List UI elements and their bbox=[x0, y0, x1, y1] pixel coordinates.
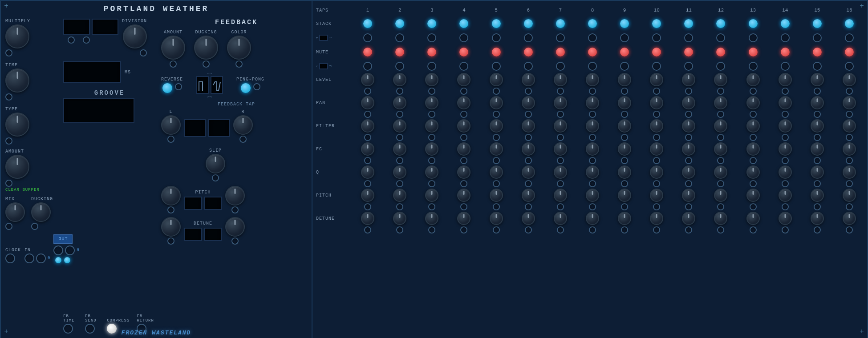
pitch-m-knob-16[interactable] bbox=[833, 189, 865, 202]
mute-led-9[interactable] bbox=[608, 48, 641, 56]
filter-knob-16[interactable] bbox=[833, 119, 865, 133]
pan-knob-7[interactable] bbox=[544, 96, 576, 109]
level-knob-4[interactable] bbox=[448, 73, 480, 86]
detune-m-knob-10[interactable] bbox=[641, 212, 673, 225]
pan-knob-3[interactable] bbox=[416, 96, 448, 109]
reverse-led[interactable] bbox=[162, 83, 172, 93]
pan-knob-13[interactable] bbox=[737, 96, 769, 109]
env2-ring-15[interactable] bbox=[801, 62, 833, 71]
stack-led-8[interactable] bbox=[576, 19, 608, 28]
pan-knob-5[interactable] bbox=[480, 96, 512, 109]
env2-ring-11[interactable] bbox=[673, 62, 705, 71]
q-knob-2[interactable] bbox=[384, 165, 416, 179]
env2-ring-2[interactable] bbox=[384, 62, 416, 71]
pitch-m-knob-12[interactable] bbox=[705, 189, 737, 202]
mute-led-11[interactable] bbox=[673, 48, 705, 56]
filter-knob-7[interactable] bbox=[544, 119, 576, 133]
env2-ring-16[interactable] bbox=[833, 62, 865, 71]
env1-ring-15[interactable] bbox=[801, 33, 833, 42]
mute-led-14[interactable] bbox=[769, 48, 801, 56]
env1-ring-13[interactable] bbox=[737, 33, 769, 42]
fb-ducking-knob[interactable] bbox=[194, 36, 218, 60]
mute-led-10[interactable] bbox=[641, 48, 673, 56]
amount-knob[interactable] bbox=[5, 155, 29, 179]
mute-led-4[interactable] bbox=[448, 48, 480, 56]
mute-led-1[interactable] bbox=[352, 48, 384, 56]
mix-knob[interactable] bbox=[5, 202, 25, 222]
filter-knob-11[interactable] bbox=[673, 119, 705, 133]
stack-led-7[interactable] bbox=[544, 19, 576, 28]
env1-ring-1[interactable] bbox=[352, 33, 384, 42]
pan-knob-11[interactable] bbox=[673, 96, 705, 109]
pitch-m-knob-4[interactable] bbox=[448, 189, 480, 202]
stack-led-14[interactable] bbox=[769, 19, 801, 28]
stack-led-1[interactable] bbox=[352, 19, 384, 28]
detune-m-knob-8[interactable] bbox=[576, 212, 608, 225]
env2-ring-7[interactable] bbox=[544, 62, 576, 71]
detune-m-knob-2[interactable] bbox=[384, 212, 416, 225]
detune-m-knob-9[interactable] bbox=[608, 212, 641, 225]
pitch-m-knob-14[interactable] bbox=[769, 189, 801, 202]
fc-knob-10[interactable] bbox=[641, 142, 673, 156]
stack-led-10[interactable] bbox=[641, 19, 673, 28]
q-knob-8[interactable] bbox=[576, 165, 608, 179]
stack-led-4[interactable] bbox=[448, 19, 480, 28]
fc-knob-3[interactable] bbox=[416, 142, 448, 156]
level-knob-9[interactable] bbox=[608, 73, 641, 86]
filter-knob-13[interactable] bbox=[737, 119, 769, 133]
pitch-m-knob-1[interactable] bbox=[352, 189, 384, 202]
mute-led-13[interactable] bbox=[737, 48, 769, 56]
mute-led-8[interactable] bbox=[576, 48, 608, 56]
pan-knob-1[interactable] bbox=[352, 96, 384, 109]
pitch-m-knob-15[interactable] bbox=[801, 189, 833, 202]
fc-knob-13[interactable] bbox=[737, 142, 769, 156]
env-display-2[interactable] bbox=[319, 63, 328, 69]
detune-m-knob-1[interactable] bbox=[352, 212, 384, 225]
pitch-m-knob-2[interactable] bbox=[384, 189, 416, 202]
pitch-fb-knob[interactable] bbox=[161, 186, 181, 205]
q-knob-1[interactable] bbox=[352, 165, 384, 179]
env1-ring-6[interactable] bbox=[512, 33, 544, 42]
waveform-btn-1[interactable] bbox=[196, 76, 209, 94]
env2-ring-4[interactable] bbox=[448, 62, 480, 71]
q-knob-11[interactable] bbox=[673, 165, 705, 179]
level-knob-5[interactable] bbox=[480, 73, 512, 86]
q-knob-5[interactable] bbox=[480, 165, 512, 179]
q-knob-13[interactable] bbox=[737, 165, 769, 179]
division-knob[interactable] bbox=[123, 24, 147, 48]
env2-ring-5[interactable] bbox=[480, 62, 512, 71]
fc-knob-7[interactable] bbox=[544, 142, 576, 156]
detune-m-knob-14[interactable] bbox=[769, 212, 801, 225]
pitch-m-knob-13[interactable] bbox=[737, 189, 769, 202]
level-knob-1[interactable] bbox=[352, 73, 384, 86]
q-knob-10[interactable] bbox=[641, 165, 673, 179]
mute-led-2[interactable] bbox=[384, 48, 416, 56]
pan-knob-6[interactable] bbox=[512, 96, 544, 109]
env2-ring-3[interactable] bbox=[416, 62, 448, 71]
stack-led-9[interactable] bbox=[608, 19, 641, 28]
fc-knob-11[interactable] bbox=[673, 142, 705, 156]
filter-knob-3[interactable] bbox=[416, 119, 448, 133]
filter-knob-9[interactable] bbox=[608, 119, 641, 133]
multiply-knob[interactable] bbox=[5, 24, 29, 48]
fc-knob-15[interactable] bbox=[801, 142, 833, 156]
pitch-m-knob-3[interactable] bbox=[416, 189, 448, 202]
pan-knob-16[interactable] bbox=[833, 96, 865, 109]
env2-ring-12[interactable] bbox=[705, 62, 737, 71]
env2-ring-6[interactable] bbox=[512, 62, 544, 71]
env1-ring-7[interactable] bbox=[544, 33, 576, 42]
pan-knob-10[interactable] bbox=[641, 96, 673, 109]
fb-color-knob[interactable] bbox=[227, 36, 251, 60]
q-knob-14[interactable] bbox=[769, 165, 801, 179]
filter-knob-8[interactable] bbox=[576, 119, 608, 133]
time-knob[interactable] bbox=[5, 68, 29, 93]
pan-knob-2[interactable] bbox=[384, 96, 416, 109]
slip-knob[interactable] bbox=[206, 154, 225, 173]
mute-led-5[interactable] bbox=[480, 48, 512, 56]
detune-knob-r[interactable] bbox=[225, 217, 245, 237]
env2-ring-1[interactable] bbox=[352, 62, 384, 71]
level-knob-14[interactable] bbox=[769, 73, 801, 86]
level-knob-16[interactable] bbox=[833, 73, 865, 86]
mute-led-16[interactable] bbox=[833, 48, 865, 56]
mute-led-6[interactable] bbox=[512, 48, 544, 56]
